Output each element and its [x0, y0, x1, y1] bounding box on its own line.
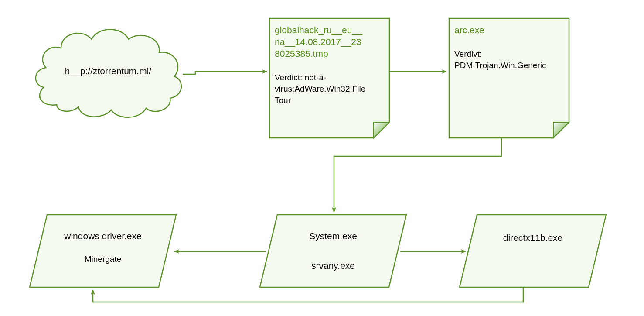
arrow-note2-to-para2 [334, 138, 501, 212]
para2-line1: System.exe [309, 231, 357, 241]
cloud-label: h__p://ztorrentum.ml/ [65, 66, 152, 76]
note1-body-line2: virus:AdWare.Win32.File [275, 84, 365, 93]
para-system: System.exe srvany.exe [260, 215, 406, 287]
cloud-node: h__p://ztorrentum.ml/ [36, 30, 181, 117]
note-globalhack: globalhack_ru__eu__ na__14.08.2017__23 8… [269, 18, 389, 138]
para-windows-driver: windows driver.exe Minergate [30, 215, 176, 287]
note1-body-line1: Verdict: not-a- [275, 73, 326, 82]
para1-line2: Minergate [85, 254, 122, 264]
note1-title-line1: globalhack_ru__eu__ [275, 25, 362, 35]
para3-line1: directx11b.exe [503, 233, 563, 243]
note2-title: arc.exe [454, 25, 484, 35]
diagram-canvas: h__p://ztorrentum.ml/ globalhack_ru__eu_… [0, 0, 644, 316]
note2-body-line1: Verdivt: [454, 49, 482, 58]
note1-title-line2: na__14.08.2017__23 [275, 37, 361, 47]
para2-line2: srvany.exe [311, 261, 355, 271]
para1-line1: windows driver.exe [64, 231, 141, 241]
note1-body-line3: Tour [275, 96, 291, 105]
arrow-para3-to-para1 [93, 287, 523, 302]
arrow-cloud-to-note1 [183, 72, 267, 74]
para-directx: directx11b.exe [460, 215, 606, 287]
note1-title-line3: 8025385.tmp [275, 48, 328, 58]
note-arc: arc.exe Verdivt: PDM:Trojan.Win.Generic [449, 18, 569, 138]
note2-body-line2: PDM:Trojan.Win.Generic [454, 61, 546, 70]
